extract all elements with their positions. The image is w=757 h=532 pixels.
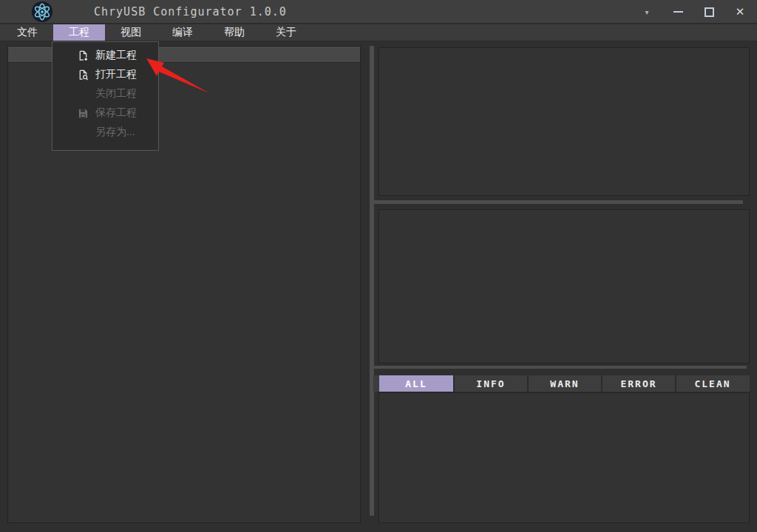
red-arrow-annotation <box>140 52 222 99</box>
menu-item-compile[interactable]: 编译 <box>157 24 208 41</box>
horizontal-splitter-1[interactable] <box>373 200 743 204</box>
menu-option-save-project: 保存工程 <box>52 103 158 123</box>
close-button[interactable]: ✕ <box>724 0 756 24</box>
file-plus-icon <box>77 50 89 61</box>
log-tab-error[interactable]: ERROR <box>601 375 675 392</box>
menu-option-label: 保存工程 <box>95 106 137 120</box>
menu-item-help[interactable]: 帮助 <box>208 24 260 41</box>
file-search-icon <box>77 69 89 81</box>
log-tab-clean[interactable]: CLEAN <box>675 375 749 392</box>
menu-option-label: 关闭工程 <box>95 87 137 100</box>
detail-panel-middle <box>378 209 750 364</box>
window-title: ChryUSB Configurator 1.0.0 <box>94 0 287 24</box>
menubar: 文件 工程 视图 编译 帮助 关于 <box>0 24 757 41</box>
chevron-down-icon: ▾ <box>645 8 648 16</box>
save-icon <box>77 107 89 119</box>
vertical-splitter[interactable] <box>370 46 374 516</box>
app-window: { "window": { "title": "ChryUSB Configur… <box>0 0 757 532</box>
menu-option-label: 打开工程 <box>95 68 137 81</box>
window-controls: ▾ ✕ <box>631 0 756 24</box>
menu-item-file[interactable]: 文件 <box>1 24 53 41</box>
menu-item-view[interactable]: 视图 <box>105 24 157 41</box>
minimize-icon <box>673 11 683 13</box>
log-output-panel <box>378 392 750 523</box>
log-filter-tabs: ALL INFO WARN ERROR CLEAN <box>373 375 750 392</box>
titlebar: ChryUSB Configurator 1.0.0 ▾ ✕ <box>0 0 757 24</box>
menu-option-save-as: 另存为... <box>52 123 158 142</box>
menu-item-about[interactable]: 关于 <box>260 24 312 41</box>
maximize-button[interactable] <box>693 0 724 24</box>
detail-panel-top <box>378 47 750 196</box>
close-icon: ✕ <box>736 5 745 18</box>
app-logo-atom-icon <box>31 1 53 23</box>
log-tab-warn[interactable]: WARN <box>527 375 601 392</box>
minimize-button[interactable] <box>662 0 693 24</box>
no-icon <box>77 126 89 138</box>
menu-item-project[interactable]: 工程 <box>53 24 105 41</box>
maximize-icon <box>705 7 714 17</box>
log-tab-info[interactable]: INFO <box>453 375 527 392</box>
titlebar-menu-arrow-button[interactable]: ▾ <box>631 0 662 24</box>
log-tab-all[interactable]: ALL <box>379 375 453 392</box>
no-icon <box>77 88 89 100</box>
menu-option-label: 另存为... <box>95 126 135 139</box>
menu-option-label: 新建工程 <box>95 49 137 62</box>
horizontal-splitter-2[interactable] <box>373 366 747 369</box>
